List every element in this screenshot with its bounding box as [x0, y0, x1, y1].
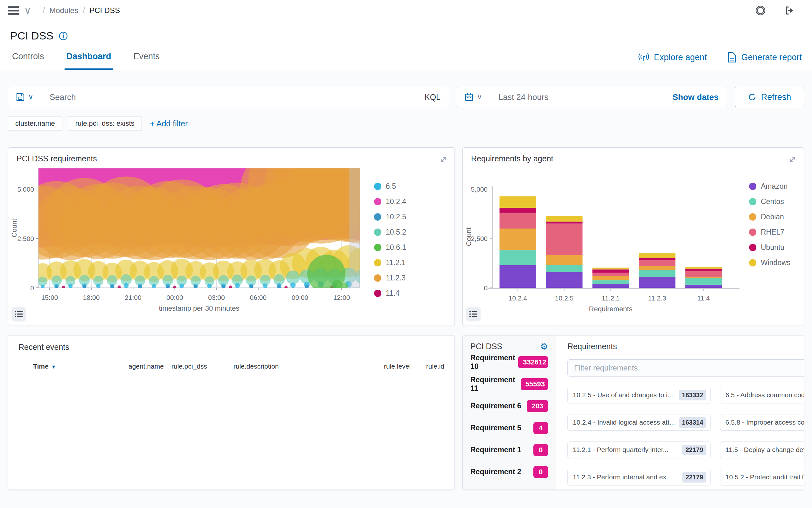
column-header-rule-level[interactable]: rule.level [384, 363, 413, 370]
legend-item-Windows[interactable]: Windows [749, 258, 791, 267]
refresh-label: Refresh [761, 92, 791, 102]
requirement-chip[interactable]: 11.2.1 - Perform quarterly inter...22179 [567, 441, 711, 458]
tab-controls[interactable]: Controls [10, 51, 46, 70]
requirement-item[interactable]: Requirement 10 [470, 439, 548, 461]
filter-requirements-input[interactable] [567, 359, 804, 377]
search-bar: ∨ KQL [8, 87, 449, 107]
breadcrumb-separator: / [43, 6, 45, 15]
legend-item-Debian[interactable]: Debian [749, 213, 791, 221]
chevron-down-icon[interactable]: ∨ [24, 6, 31, 15]
requirement-label: Requirement 6 [470, 402, 521, 410]
breadcrumb-modules[interactable]: Modules [49, 6, 78, 15]
legend-item-10.2.5[interactable]: 10.2.5 [374, 213, 406, 221]
explore-agent-button[interactable]: Explore agent [638, 52, 707, 63]
legend-dot [374, 290, 381, 297]
legend-item-10.6.1[interactable]: 10.6.1 [374, 243, 406, 252]
chip-label: 11.2.1 - Perform quarterly inter... [573, 446, 669, 454]
requirement-chip[interactable]: 10.5.2 - Protect audit trail files fr...… [720, 469, 804, 485]
requirement-count-badge: 203 [527, 400, 548, 412]
chevron-down-icon: ∨ [28, 93, 33, 101]
pci-dss-sidebar-title: PCI DSS [470, 342, 502, 351]
requirement-item[interactable]: Requirement 20 [470, 461, 548, 483]
legend-label: Amazon [761, 182, 787, 190]
kql-button[interactable]: KQL [416, 93, 449, 102]
events-table-header: Time▼agent.namerule.pci_dssrule.descript… [18, 363, 444, 378]
list-icon [15, 310, 23, 318]
requirements-title: Requirements [567, 342, 804, 351]
refresh-button[interactable]: Refresh [735, 87, 804, 107]
expand-icon[interactable] [439, 155, 447, 164]
requirement-chip[interactable]: 10.2.5 - Use of and changes to i...16333… [567, 387, 711, 403]
calendar-button[interactable]: ∨ [457, 87, 490, 107]
legend-label: 10.2.5 [386, 213, 406, 221]
legend-item-11.4[interactable]: 11.4 [374, 289, 406, 298]
tab-events[interactable]: Events [132, 51, 162, 70]
health-ring-icon[interactable] [746, 0, 775, 21]
column-header-rule-description[interactable]: rule.description [233, 363, 384, 370]
requirement-item[interactable]: Requirement 54 [470, 417, 548, 439]
generate-report-button[interactable]: Generate report [727, 52, 802, 63]
requirement-chip[interactable]: 6.5 - Address common coding ...174 [720, 387, 804, 403]
column-header-agent-name[interactable]: agent.name [129, 363, 172, 370]
chart-legend: AmazonCentosDebianRHEL7UbuntuWindows [749, 182, 791, 274]
legend-item-10.5.2[interactable]: 10.5.2 [374, 228, 406, 237]
expand-icon[interactable] [789, 155, 797, 164]
filter-pill-rule-pci-dss[interactable]: rule.pci_dss: exists [68, 116, 142, 131]
legend-dot [374, 198, 381, 205]
chip-label: 10.2.5 - Use of and changes to i... [573, 391, 673, 399]
svg-text:Count: Count [10, 219, 18, 238]
saved-queries-button[interactable]: ∨ [8, 87, 41, 107]
legend-item-Ubuntu[interactable]: Ubuntu [749, 243, 791, 252]
gear-icon[interactable]: ⚙ [540, 342, 548, 351]
report-icon [727, 52, 736, 63]
legend-item-11.2.3[interactable]: 11.2.3 [374, 274, 406, 282]
search-input[interactable] [41, 92, 416, 102]
requirement-chip[interactable]: 11.2.3 - Perform internal and ex...22179 [567, 469, 711, 485]
column-header-rule-id[interactable]: rule.id [413, 363, 444, 370]
requirement-item[interactable]: Requirement 10332612 [470, 351, 548, 373]
top-bar: ∨ / Modules / PCI DSS [0, 0, 812, 21]
legend-label: 10.6.1 [386, 243, 406, 252]
list-view-button[interactable] [466, 307, 481, 322]
date-range-value[interactable]: Last 24 hours [490, 92, 664, 102]
legend-label: 10.5.2 [386, 228, 406, 237]
legend-item-10.2.4[interactable]: 10.2.4 [374, 197, 406, 206]
requirement-item[interactable]: Requirement 6203 [470, 395, 548, 417]
show-dates-button[interactable]: Show dates [664, 92, 727, 102]
chip-label: 10.5.2 - Protect audit trail files fr... [725, 473, 804, 481]
legend-item-Amazon[interactable]: Amazon [749, 182, 791, 190]
list-view-button[interactable] [11, 307, 26, 322]
requirements-section: Requirements 10.2.5 - Use of and changes… [556, 336, 804, 490]
info-icon[interactable] [58, 31, 68, 41]
filter-pill-cluster-name[interactable]: cluster.name [8, 116, 62, 131]
requirement-label: Requirement 2 [470, 468, 521, 476]
svg-text:21:00: 21:00 [125, 294, 142, 301]
requirement-chip[interactable]: 6.5.8 - Improper access control ...29 [720, 414, 804, 431]
svg-text:11.2.1: 11.2.1 [602, 294, 620, 302]
logout-icon[interactable] [775, 0, 804, 21]
requirement-chip[interactable]: 10.2.4 - Invalid logical access att...16… [567, 414, 711, 431]
requirement-label: Requirement 5 [470, 424, 521, 432]
menu-icon[interactable] [8, 6, 19, 15]
legend-item-11.2.1[interactable]: 11.2.1 [374, 258, 406, 267]
legend-label: 11.2.3 [386, 274, 405, 282]
requirement-chip[interactable]: 11.5 - Deploy a change detectio...28 [720, 441, 804, 458]
legend-dot [749, 228, 756, 236]
add-filter-button[interactable]: + Add filter [150, 119, 188, 128]
tab-dashboard[interactable]: Dashboard [64, 51, 113, 70]
svg-text:5,000: 5,000 [17, 185, 34, 193]
legend-item-Centos[interactable]: Centos [749, 197, 791, 206]
column-header-rule-pci-dss[interactable]: rule.pci_dss [172, 363, 233, 370]
title-section: PCI DSS Controls Dashboard Events Explor… [0, 21, 812, 70]
chip-label: 6.5.8 - Improper access control ... [725, 419, 804, 426]
svg-text:Requirements: Requirements [589, 305, 633, 313]
sort-desc-icon: ▼ [51, 364, 56, 370]
column-header-time[interactable]: Time▼ [33, 363, 129, 370]
legend-item-RHEL7[interactable]: RHEL7 [749, 228, 791, 237]
requirement-count-badge: 332612 [518, 356, 548, 368]
legend-item-6.5[interactable]: 6.5 [374, 182, 406, 190]
svg-text:5,000: 5,000 [471, 185, 488, 193]
legend-label: Ubuntu [761, 243, 784, 252]
breadcrumb-current: PCI DSS [89, 6, 120, 15]
requirement-item[interactable]: Requirement 1155593 [470, 373, 548, 395]
